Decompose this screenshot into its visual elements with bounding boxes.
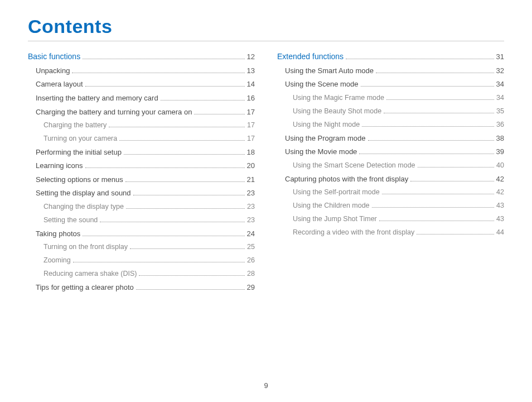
- toc-page-number: 43: [496, 201, 504, 210]
- toc-entry[interactable]: Inserting the battery and memory card16: [36, 93, 255, 103]
- toc-page-number: 34: [496, 93, 504, 103]
- toc-leader-dots: [85, 86, 245, 87]
- toc-page-number: 16: [247, 93, 255, 103]
- toc-page-number: 31: [496, 52, 504, 62]
- toc-entry[interactable]: Performing the initial setup18: [36, 147, 255, 157]
- toc-entry[interactable]: Learning icons20: [36, 161, 255, 171]
- toc-leader-dots: [362, 126, 494, 127]
- toc-label: Capturing photos with the front display: [285, 174, 408, 184]
- toc-page-number: 43: [496, 214, 504, 224]
- toc-entry[interactable]: Using the Children mode43: [293, 201, 504, 210]
- toc-leader-dots: [386, 99, 494, 100]
- toc-page-number: 18: [247, 147, 255, 157]
- toc-entry[interactable]: Using the Self-portrait mode42: [293, 188, 504, 197]
- toc-leader-dots: [83, 236, 244, 236]
- toc-entry[interactable]: Charging the battery and turning your ca…: [36, 107, 255, 117]
- toc-page-number: 29: [247, 283, 255, 293]
- toc-label: Using the Movie mode: [285, 147, 357, 157]
- toc-leader-dots: [379, 221, 494, 221]
- toc-entry[interactable]: Extended functions31: [277, 51, 504, 62]
- toc-entry[interactable]: Reducing camera shake (DIS)28: [43, 269, 255, 279]
- toc-label: Setting the display and sound: [36, 188, 131, 198]
- toc-leader-dots: [83, 59, 244, 59]
- toc-label: Inserting the battery and memory card: [36, 93, 158, 103]
- toc-label: Selecting options or menus: [36, 175, 123, 185]
- divider: [28, 41, 504, 41]
- toc-label: Performing the initial setup: [36, 147, 122, 157]
- toc-label: Using the Self-portrait mode: [293, 188, 380, 197]
- toc-column-left: Basic functions12Unpacking13Camera layou…: [28, 51, 255, 296]
- toc-entry[interactable]: Changing the display type23: [43, 202, 255, 212]
- toc-entry[interactable]: Zooming26: [43, 256, 255, 265]
- toc-entry[interactable]: Setting the sound23: [43, 216, 255, 225]
- toc-label: Unpacking: [36, 66, 70, 76]
- toc-page-number: 20: [247, 161, 255, 171]
- toc-label: Turning on the front display: [43, 242, 128, 252]
- toc-entry[interactable]: Using the Program mode38: [285, 133, 504, 143]
- toc-label: Zooming: [43, 256, 71, 265]
- toc-label: Using the Beauty Shot mode: [293, 107, 381, 116]
- toc-leader-dots: [194, 114, 244, 114]
- toc-label: Turning on your camera: [43, 134, 117, 143]
- toc-entry[interactable]: Unpacking13: [36, 66, 255, 76]
- toc-leader-dots: [119, 140, 245, 141]
- toc-label: Changing the display type: [43, 202, 124, 212]
- toc-page-number: 42: [496, 174, 504, 184]
- toc-entry[interactable]: Camera layout14: [36, 79, 255, 89]
- toc-page-number: 36: [496, 120, 504, 130]
- toc-entry[interactable]: Basic functions12: [28, 51, 255, 62]
- toc-entry[interactable]: Turning on the front display25: [43, 242, 255, 252]
- toc-leader-dots: [372, 207, 495, 208]
- toc-entry[interactable]: Setting the display and sound23: [36, 188, 255, 198]
- toc-entry[interactable]: Charging the battery17: [43, 121, 255, 130]
- toc-page-number: 39: [496, 147, 504, 157]
- toc-leader-dots: [418, 167, 495, 168]
- toc-page-number: 12: [247, 52, 255, 62]
- toc-page-number: 34: [496, 79, 504, 89]
- toc-label: Learning icons: [36, 161, 83, 171]
- toc-page-number: 38: [496, 133, 504, 143]
- toc-entry[interactable]: Using the Smart Auto mode32: [285, 66, 504, 76]
- toc-label: Extended functions: [277, 51, 344, 62]
- toc-page-number: 32: [496, 66, 504, 76]
- toc-entry[interactable]: Capturing photos with the front display4…: [285, 174, 504, 184]
- toc-page-number: 17: [247, 134, 255, 143]
- page-title: Contents: [28, 16, 504, 37]
- toc-entry[interactable]: Using the Movie mode39: [285, 147, 504, 157]
- toc-label: Using the Children mode: [293, 201, 370, 210]
- toc-leader-dots: [368, 140, 494, 141]
- toc-entry[interactable]: Tips for getting a clearer photo29: [36, 283, 255, 293]
- toc-leader-dots: [382, 194, 494, 194]
- toc-page-number: 42: [496, 188, 504, 197]
- toc-leader-dots: [139, 275, 245, 276]
- toc-leader-dots: [346, 59, 494, 59]
- toc-leader-dots: [161, 100, 245, 100]
- toc-page-number: 17: [247, 121, 255, 130]
- page-number: 9: [0, 381, 532, 390]
- toc-entry[interactable]: Using the Scene mode34: [285, 79, 504, 89]
- toc-entry[interactable]: Using the Beauty Shot mode35: [293, 107, 504, 116]
- toc-entry[interactable]: Turning on your camera17: [43, 134, 255, 143]
- toc-label: Using the Night mode: [293, 120, 360, 130]
- toc-page-number: 25: [247, 242, 255, 252]
- toc-entry[interactable]: Taking photos24: [36, 229, 255, 239]
- toc-label: Using the Jump Shot Timer: [293, 214, 377, 224]
- toc-leader-dots: [133, 195, 245, 195]
- toc-entry[interactable]: Selecting options or menus21: [36, 175, 255, 185]
- toc-leader-dots: [73, 262, 245, 262]
- toc-leader-dots: [384, 113, 494, 113]
- toc-entry[interactable]: Using the Jump Shot Timer43: [293, 214, 504, 224]
- toc-entry[interactable]: Using the Magic Frame mode34: [293, 93, 504, 103]
- toc-page-number: 17: [247, 107, 255, 117]
- toc-page-number: 14: [247, 79, 255, 89]
- toc-leader-dots: [410, 181, 494, 181]
- toc-page-number: 26: [247, 256, 255, 265]
- toc-label: Charging the battery: [43, 121, 107, 130]
- toc-entry[interactable]: Recording a video with the front display…: [293, 228, 504, 237]
- toc-entry[interactable]: Using the Night mode36: [293, 120, 504, 130]
- toc-entry[interactable]: Using the Smart Scene Detection mode40: [293, 161, 504, 170]
- toc-label: Basic functions: [28, 51, 80, 62]
- toc-leader-dots: [85, 168, 245, 168]
- toc-page-number: 35: [496, 107, 504, 116]
- toc-leader-dots: [359, 154, 494, 154]
